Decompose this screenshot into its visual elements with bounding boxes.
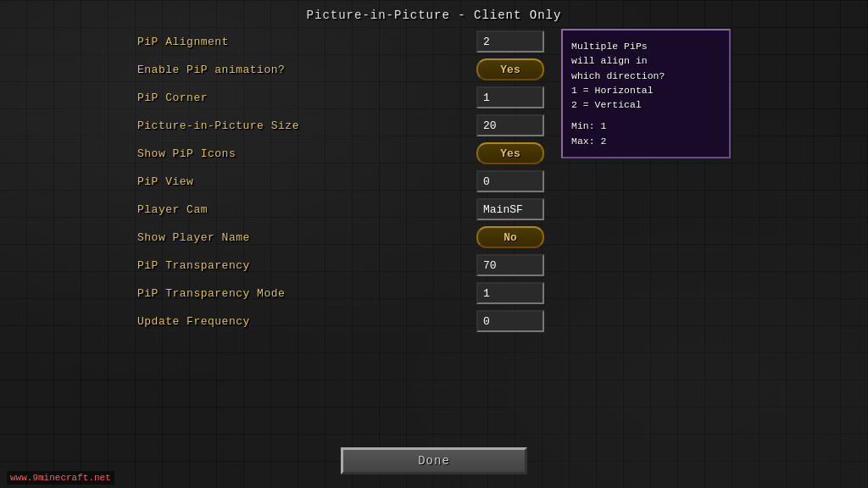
setting-label-5: PiP View	[137, 175, 476, 188]
done-button[interactable]: Done	[341, 447, 527, 474]
value-box-0[interactable]: 2	[476, 30, 544, 53]
setting-label-1: Enable PiP animation?	[137, 64, 476, 76]
value-box-3[interactable]: 20	[476, 114, 544, 136]
tooltip-line2: will align in	[571, 55, 648, 66]
toggle-button-7[interactable]: No	[476, 226, 544, 248]
tooltip-line5: 2 = Vertical	[571, 99, 642, 110]
setting-row: Update Frequency0	[137, 308, 544, 334]
toggle-button-4[interactable]: Yes	[476, 142, 544, 164]
done-bar: Done	[341, 447, 527, 474]
setting-row: Show PiP IconsYes	[137, 141, 544, 166]
setting-row: PiP Transparency70	[137, 252, 544, 278]
watermark: www.9minecraft.net	[7, 471, 114, 485]
tooltip-min: Min: 1	[571, 120, 606, 131]
title-bar: Picture-in-Picture - Client Only	[0, 0, 868, 29]
value-box-10[interactable]: 0	[476, 310, 544, 332]
tooltip-max: Max: 2	[571, 136, 606, 147]
setting-label-8: PiP Transparency	[137, 259, 476, 272]
setting-row: PiP Corner1	[137, 85, 544, 110]
setting-row: PiP View0	[137, 169, 544, 194]
setting-label-6: Player Cam	[137, 203, 476, 216]
done-label: Done	[418, 454, 450, 468]
setting-label-9: PiP Transparency Mode	[137, 287, 476, 300]
setting-label-7: Show Player Name	[137, 231, 476, 244]
tooltip-line1: Multiple PiPs	[571, 41, 648, 52]
setting-row: PiP Alignment2	[137, 29, 544, 54]
tooltip-line4: 1 = Horizontal	[571, 85, 654, 96]
toggle-button-1[interactable]: Yes	[476, 58, 544, 80]
setting-label-10: Update Frequency	[137, 315, 476, 328]
settings-panel: PiP Alignment2Enable PiP animation?YesPi…	[137, 29, 544, 336]
value-box-8[interactable]: 70	[476, 254, 544, 276]
setting-row: Show Player NameNo	[137, 225, 544, 250]
watermark-text: www.9minecraft.net	[10, 473, 111, 483]
value-box-2[interactable]: 1	[476, 86, 544, 108]
tooltip-box: Multiple PiPs will align in which direct…	[561, 29, 731, 158]
value-box-5[interactable]: 0	[476, 170, 544, 192]
window-title: Picture-in-Picture - Client Only	[307, 8, 562, 22]
value-box-9[interactable]: 1	[476, 282, 544, 304]
tooltip-text: Multiple PiPs will align in which direct…	[571, 39, 721, 148]
setting-label-3: Picture-in-Picture Size	[137, 119, 476, 132]
setting-row: Enable PiP animation?Yes	[137, 57, 544, 82]
tooltip-line3: which direction?	[571, 70, 665, 81]
setting-label-4: Show PiP Icons	[137, 147, 476, 160]
setting-row: PiP Transparency Mode1	[137, 280, 544, 306]
setting-label-2: PiP Corner	[137, 92, 476, 104]
value-box-6[interactable]: MainSF	[476, 198, 544, 220]
setting-row: Player CamMainSF	[137, 197, 544, 222]
setting-row: Picture-in-Picture Size20	[137, 113, 544, 138]
setting-label-0: PiP Alignment	[137, 36, 476, 48]
